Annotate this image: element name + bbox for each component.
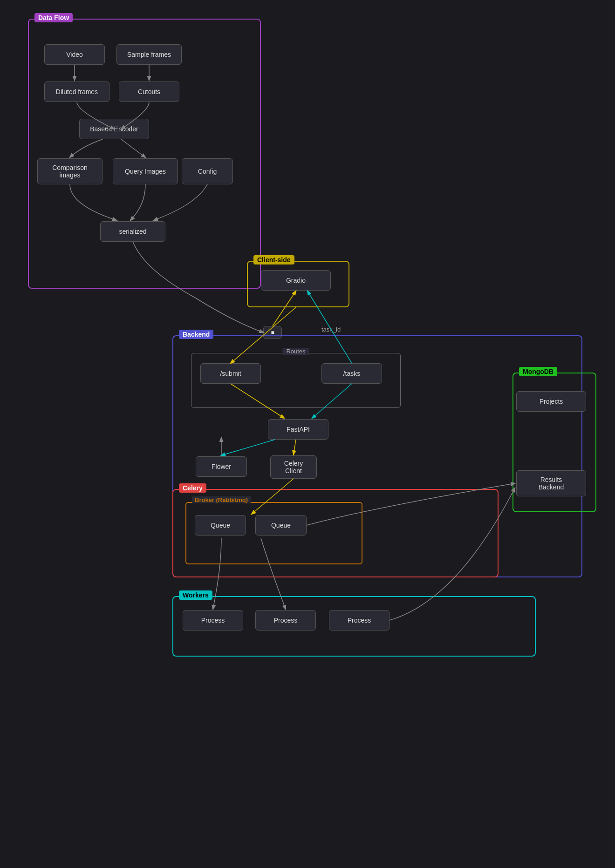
backend-label: Backend [179, 330, 213, 339]
node-fastapi: FastAPI [268, 419, 328, 440]
broker-label: Broker (Rabbitmq) [192, 496, 251, 503]
node-serialized: serialized [100, 221, 165, 242]
node-submit: /submit [200, 363, 261, 384]
celery-label: Celery [179, 483, 206, 493]
node-cutouts: Cutouts [119, 81, 179, 102]
node-tasks: /tasks [321, 363, 382, 384]
node-queue2: Queue [255, 515, 307, 536]
node-video: Video [44, 44, 105, 65]
node-process3: Process [329, 610, 390, 631]
node-comparison-images: Comparison images [37, 158, 102, 184]
dataflow-label: Data Flow [34, 13, 73, 22]
node-config: Config [182, 158, 233, 184]
node-results-backend: Results Backend [516, 470, 586, 496]
node-flower: Flower [196, 456, 247, 477]
node-queue1: Queue [195, 515, 246, 536]
routes-label: Routes [282, 348, 309, 355]
node-diluted-frames: Diluted frames [44, 81, 109, 102]
node-gradio: Gradio [261, 270, 331, 291]
node-projects: Projects [516, 391, 586, 412]
node-base64-encoder: Base64 Encoder [79, 119, 149, 139]
diagram-container: Data Flow Video Sample frames Diluted fr… [0, 0, 615, 868]
mongodb-label: MongoDB [519, 367, 557, 376]
node-celery-client: Celery Client [270, 455, 317, 479]
task-id-label: task_id [321, 326, 341, 333]
node-process2: Process [255, 610, 316, 631]
node-process1: Process [183, 610, 243, 631]
node-sample-frames: Sample frames [116, 44, 182, 65]
node-query-images: Query Images [113, 158, 178, 184]
client-label: Client-side [253, 255, 294, 264]
workers-label: Workers [179, 590, 212, 600]
